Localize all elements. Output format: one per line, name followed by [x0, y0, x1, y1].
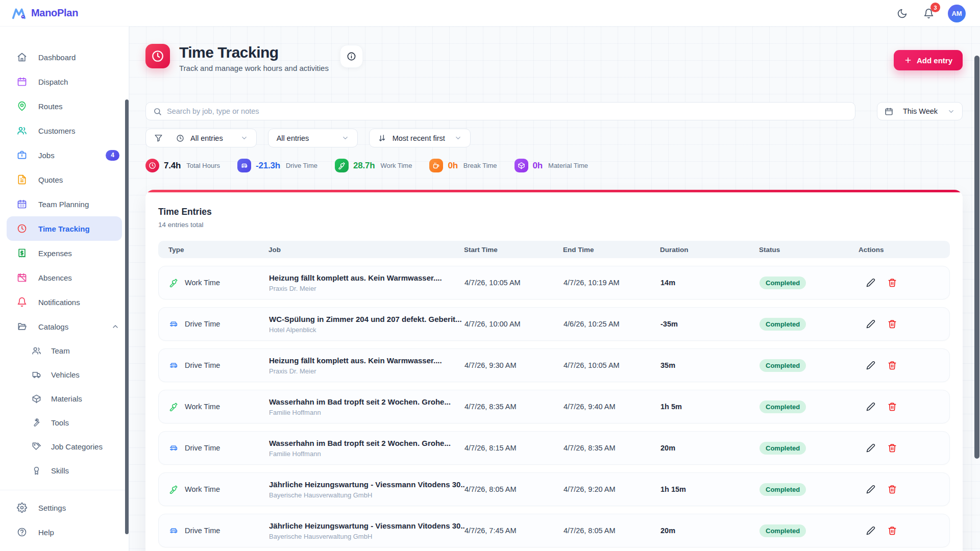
sidebar-item-dispatch[interactable]: Dispatch [0, 69, 129, 94]
sidebar-item-settings[interactable]: Settings [0, 495, 129, 520]
sidebar-item-label: Customers [38, 127, 76, 135]
info-button[interactable] [340, 45, 363, 68]
pencil-icon [866, 278, 875, 287]
receipt-icon [17, 248, 27, 258]
entry-duration: 20m [660, 527, 760, 535]
sidebar-item-dashboard[interactable]: Dashboard [0, 45, 129, 69]
sidebar-item-team[interactable]: Team [0, 339, 129, 363]
entry-start-time: 4/7/26, 8:35 AM [464, 403, 564, 411]
sidebar-item-routes[interactable]: Routes [0, 94, 129, 118]
sidebar-item-skills[interactable]: Skills [0, 459, 129, 483]
status-badge: Completed [760, 483, 806, 496]
delete-entry-button[interactable] [887, 484, 898, 495]
delete-entry-button[interactable] [887, 442, 898, 454]
table-row[interactable]: Work Time Wasserhahn im Bad tropft seit … [158, 390, 950, 423]
table-row[interactable]: Drive Time Heizung fällt komplett aus. K… [158, 348, 950, 382]
edit-entry-button[interactable] [865, 277, 876, 288]
entry-duration: 14m [660, 279, 760, 287]
table-row[interactable]: Drive Time Jährliche Heizungswartung - V… [158, 514, 950, 547]
type-filter-dropdown[interactable]: All entries [145, 129, 257, 147]
sort-arrows-icon [378, 134, 386, 142]
add-entry-button[interactable]: Add entry [894, 50, 963, 70]
edit-entry-button[interactable] [865, 401, 876, 412]
avatar[interactable]: AM [948, 5, 966, 22]
car-icon [169, 319, 178, 329]
status-badge: Completed [760, 442, 806, 455]
sidebar-item-label: Job Categories [51, 442, 103, 451]
table-row[interactable]: Drive Time Wasserhahn im Bad tropft seit… [158, 431, 950, 465]
edit-entry-button[interactable] [865, 525, 876, 536]
delete-entry-button[interactable] [887, 277, 898, 288]
sidebar-item-label: Team Planning [38, 200, 89, 209]
page-scrollbar[interactable] [974, 56, 979, 459]
users-icon [17, 126, 27, 136]
table-row[interactable]: Drive Time WC-Spülung in Zimmer 204 und … [158, 307, 950, 341]
sidebar-item-materials[interactable]: Materials [0, 387, 129, 411]
edit-entry-button[interactable] [865, 318, 876, 330]
sidebar-item-label: Materials [51, 394, 82, 403]
jobs-count-badge: 4 [106, 150, 119, 161]
edit-entry-button[interactable] [865, 442, 876, 454]
sidebar-item-vehicles[interactable]: Vehicles [0, 363, 129, 387]
delete-entry-button[interactable] [887, 318, 898, 330]
trash-icon [888, 443, 897, 453]
sidebar-item-job-categories[interactable]: Job Categories [0, 435, 129, 459]
trash-icon [888, 319, 897, 329]
sidebar-item-jobs[interactable]: Jobs 4 [0, 143, 129, 167]
sidebar-item-customers[interactable]: Customers [0, 118, 129, 143]
chevron-up-icon [111, 322, 119, 331]
chevron-down-icon [947, 108, 955, 115]
calendar-off-icon [17, 272, 27, 283]
delete-entry-button[interactable] [887, 525, 898, 536]
funnel-icon [154, 134, 163, 142]
sidebar-item-catalogs[interactable]: Catalogs [0, 314, 129, 339]
entry-start-time: 4/7/26, 8:15 AM [464, 444, 564, 452]
stat-label: Work Time [381, 162, 412, 169]
notifications-button[interactable]: 3 [921, 6, 936, 20]
sidebar-item-absences[interactable]: Absences [0, 265, 129, 290]
pencil-icon [866, 443, 875, 453]
wrench-icon [169, 402, 178, 411]
sidebar-item-time-tracking[interactable]: Time Tracking [7, 216, 122, 241]
sidebar-item-team-planning[interactable]: Team Planning [0, 192, 129, 216]
stat-label: Total Hours [186, 162, 220, 169]
edit-entry-button[interactable] [865, 360, 876, 371]
sidebar-item-label: Jobs [38, 151, 55, 160]
entry-type: Work Time [185, 485, 220, 493]
users-icon [32, 346, 41, 356]
edit-entry-button[interactable] [865, 484, 876, 495]
search-input[interactable] [167, 107, 848, 115]
entries-count: 14 entries total [158, 221, 950, 229]
column-end-time: End Time [563, 246, 660, 254]
search-bar[interactable] [145, 102, 855, 120]
trash-icon [888, 402, 897, 411]
sidebar-item-quotes[interactable]: Quotes [0, 167, 129, 192]
entry-duration: -35m [660, 320, 760, 328]
brand-logo[interactable]: ManoPlan [0, 6, 129, 21]
dark-mode-toggle[interactable] [895, 6, 909, 20]
sidebar-item-notifications[interactable]: Notifications [0, 290, 129, 314]
sidebar-item-expenses[interactable]: Expenses [0, 241, 129, 265]
pencil-icon [866, 361, 875, 370]
date-range-selector[interactable]: This Week [877, 102, 963, 120]
car-icon [169, 526, 178, 535]
entry-end-time: 4/7/26, 10:19 AM [564, 279, 660, 287]
delete-entry-button[interactable] [887, 360, 898, 371]
home-icon [17, 52, 27, 62]
delete-entry-button[interactable] [887, 401, 898, 412]
status-filter-dropdown[interactable]: All entries [268, 129, 358, 147]
sidebar-scrollbar[interactable] [125, 99, 129, 534]
status-badge: Completed [760, 359, 806, 372]
sort-dropdown[interactable]: Most recent first [369, 129, 471, 147]
table-row[interactable]: Work Time Heizung fällt komplett aus. Ke… [158, 266, 950, 299]
briefcase-icon [17, 150, 27, 160]
sidebar-item-tools[interactable]: Tools [0, 411, 129, 435]
chevron-down-icon [454, 134, 462, 142]
table-row[interactable]: Work Time Jährliche Heizungswartung - Vi… [158, 472, 950, 506]
wrench-icon [335, 159, 349, 172]
entry-duration: 1h 15m [660, 485, 760, 493]
sidebar-item-help[interactable]: Help [0, 520, 129, 544]
stat-work-time: 28.7h Work Time [335, 159, 412, 172]
stat-drive-time: -21.3h Drive Time [237, 159, 317, 172]
entry-job-title: Jährliche Heizungswartung - Viessmann Vi… [269, 521, 464, 530]
